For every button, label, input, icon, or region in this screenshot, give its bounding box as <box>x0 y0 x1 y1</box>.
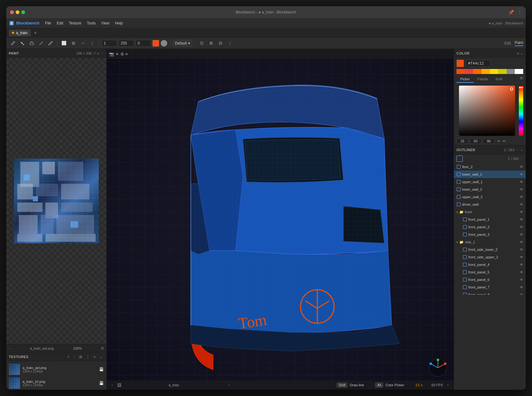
color-b-input[interactable] <box>483 138 495 144</box>
outliner-item-front-panel-1[interactable]: front_panel_1 👁 <box>454 216 526 223</box>
expand-icon[interactable]: ⋯ <box>100 51 104 55</box>
color-h-input[interactable] <box>456 138 468 144</box>
palette-color-2[interactable] <box>465 69 473 74</box>
viewport-settings-btn[interactable]: ⚙ <box>120 52 124 56</box>
fill-tool-btn[interactable] <box>18 39 26 47</box>
close-button[interactable] <box>10 10 14 14</box>
primary-color-btn[interactable] <box>152 40 159 47</box>
viewport-sun-btn[interactable]: ☀ <box>115 52 119 56</box>
front-side-upper-2-visibility[interactable]: 👁 <box>520 255 523 259</box>
softness-input[interactable] <box>135 40 151 47</box>
color-hue-bar[interactable] <box>519 86 523 136</box>
front-panel-3-visibility[interactable]: 👁 <box>520 233 523 236</box>
resize-icon[interactable]: ⤢ <box>93 51 96 55</box>
menu-texture[interactable]: Texture <box>66 20 84 26</box>
brush-tool-btn[interactable] <box>9 39 17 47</box>
menu-tools[interactable]: Tools <box>84 20 98 26</box>
opacity-input[interactable] <box>119 40 134 47</box>
outliner-item-front-panel-6[interactable]: front_panel_6 👁 <box>454 276 526 283</box>
erase-tool-btn[interactable] <box>28 39 36 47</box>
outliner-item-front-panel-7[interactable]: front_panel_7 👁 <box>454 283 526 291</box>
front-panel-1-visibility[interactable]: 👁 <box>520 218 523 221</box>
import-texture-btn[interactable]: ↓ <box>72 354 76 360</box>
color-hex-input[interactable] <box>466 60 491 67</box>
menu-help[interactable]: Help <box>113 20 125 26</box>
viewport-next-btn[interactable]: › <box>227 382 232 388</box>
viewport-prev-btn[interactable]: ‹ <box>110 382 115 388</box>
outliner-item-lower-wall-2[interactable]: lower_wall_2 👁 <box>454 186 526 193</box>
more-btn[interactable]: ⋮ <box>88 39 96 47</box>
more-textures-btn[interactable]: ⋮ <box>85 354 91 360</box>
color-tab-both[interactable]: Both <box>492 76 507 83</box>
minimize-button[interactable] <box>16 10 19 14</box>
outliner-item-front-folder[interactable]: ▾ 📁 front 👁 <box>454 208 526 216</box>
outliner-item-floor2[interactable]: floor_2 👁 <box>454 163 526 171</box>
viewport-camera-btn[interactable]: 📷 <box>109 52 114 56</box>
outliner-item-upper-wall-1[interactable]: upper_wall_1 👁 <box>454 178 526 186</box>
front-panel-4-visibility[interactable]: 👁 <box>520 263 523 267</box>
outliner-item-front-panel-4[interactable]: front_panel_4 👁 <box>454 261 526 268</box>
color-tab-picker[interactable]: Picker <box>456 76 474 83</box>
texture-minus-btn[interactable]: − <box>9 346 11 350</box>
color-main-swatch[interactable] <box>456 60 464 67</box>
outliner-item-front-side-lower-2[interactable]: front_side_lower_2 👁 <box>454 246 526 253</box>
palette-color-7[interactable] <box>507 69 515 74</box>
front-side-lower-2-visibility[interactable]: 👁 <box>520 248 523 251</box>
outliner-item-front-panel-3[interactable]: front_panel_3 👁 <box>454 231 526 238</box>
outliner-item-front-panel-8[interactable]: front_panel_8 👁 <box>454 291 526 295</box>
outliner-item-front-panel-5[interactable]: front_panel_5 👁 <box>454 268 526 276</box>
menu-view[interactable]: View <box>99 20 112 26</box>
save-texture-ael-btn[interactable]: 💾 <box>99 367 104 372</box>
collapse-textures-btn[interactable]: ⌄ <box>98 354 104 360</box>
lower-wall-1-visibility[interactable]: 👁 <box>520 172 523 176</box>
pin-icon[interactable]: 📌 <box>508 10 514 15</box>
outliner-more-options[interactable]: ⋮ <box>520 157 523 161</box>
grid-btn[interactable]: ⊞ <box>69 39 77 47</box>
paint-tab[interactable]: Paint <box>515 40 523 46</box>
more-icon[interactable]: ≡ <box>97 51 99 55</box>
texture-item-tcl[interactable]: a_train_tcl.png 1344 x 1344px 💾 <box>6 376 106 390</box>
lower-wall-2-visibility[interactable]: 👁 <box>520 187 523 191</box>
menu-icon[interactable]: ⋮ <box>518 10 522 15</box>
palette-color-1[interactable] <box>456 69 465 74</box>
add-color-btn[interactable]: + <box>496 138 501 144</box>
outliner-item-lower-wall-1[interactable]: lower_wall_1 👁 <box>454 171 526 178</box>
front-panel-2-visibility[interactable]: 👁 <box>520 225 523 229</box>
menu-file[interactable]: File <box>43 20 54 26</box>
color-s-input[interactable] <box>470 138 482 144</box>
create-texture-btn[interactable]: ⊞ <box>78 354 83 360</box>
texture-canvas[interactable] <box>6 58 106 344</box>
color-eyedropper-btn[interactable]: ✏ <box>503 139 506 144</box>
viewport-btn[interactable]: ⊡ <box>198 39 206 47</box>
upper-wall-2-visibility[interactable]: 👁 <box>520 195 523 199</box>
maximize-button[interactable] <box>21 10 25 14</box>
upper-wall-1-visibility[interactable]: 👁 <box>520 180 523 184</box>
front-panel-5-visibility[interactable]: 👁 <box>520 270 523 274</box>
outliner-item-side1-folder[interactable]: ▾ 📁 side_1 👁 <box>454 238 526 246</box>
new-tab-button[interactable]: + <box>32 29 39 36</box>
grid-view-btn[interactable]: ⊞ <box>207 39 215 47</box>
front-panel-6-visibility[interactable]: 👁 <box>520 278 523 282</box>
shader-dropdown[interactable]: Default ▾ <box>173 40 192 47</box>
palette-color-4[interactable] <box>482 69 490 74</box>
split-view-btn[interactable]: ⊟ <box>216 39 224 47</box>
palette-color-5[interactable] <box>490 69 498 74</box>
color-settings-btn[interactable]: ⚙ <box>520 76 523 83</box>
menu-edit[interactable]: Edit <box>54 20 66 26</box>
outliner-more-btn[interactable]: ⋮ <box>516 148 519 152</box>
palette-color-3[interactable] <box>473 69 482 74</box>
viewport-right-btn[interactable]: › <box>445 382 450 388</box>
front-panel-7-visibility[interactable]: 👁 <box>520 285 523 289</box>
more-view-btn[interactable]: ⋮ <box>226 39 234 47</box>
outliner-item-upper-wall-2[interactable]: upper_wall_2 👁 <box>454 193 526 201</box>
tab-a-train[interactable]: a_train <box>9 29 31 36</box>
palette-color-6[interactable] <box>498 69 507 74</box>
outliner-collapse-btn[interactable]: ⌄ <box>520 148 523 152</box>
outliner-item-front-panel-2[interactable]: front_panel_2 👁 <box>454 223 526 231</box>
palette-color-8[interactable] <box>515 69 523 74</box>
selection-btn[interactable]: ⬜ <box>60 39 68 47</box>
draw-line-btn[interactable] <box>37 39 45 47</box>
viewport[interactable]: Tom was here <box>107 49 454 390</box>
add-texture-btn[interactable]: + <box>66 354 71 360</box>
color-panel-collapse-btn[interactable]: ⌄ <box>520 51 523 55</box>
